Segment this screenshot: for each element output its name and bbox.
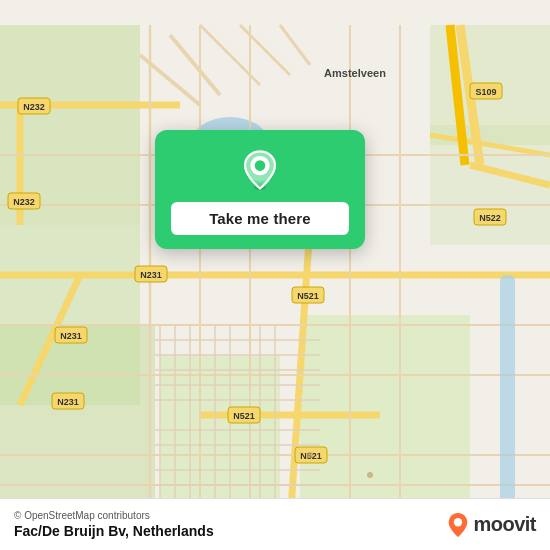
svg-text:N231: N231 bbox=[57, 397, 79, 407]
svg-point-75 bbox=[307, 452, 313, 458]
moovit-text: moovit bbox=[473, 513, 536, 536]
bottom-bar-info: © OpenStreetMap contributors Fac/De Brui… bbox=[14, 510, 214, 539]
svg-text:N522: N522 bbox=[479, 213, 501, 223]
svg-text:N231: N231 bbox=[60, 331, 82, 341]
location-card: Take me there bbox=[155, 130, 365, 249]
map-background: N232 N232 N231 N231 N231 N521 N521 N521 … bbox=[0, 0, 550, 550]
map-container: N232 N232 N231 N231 N231 N521 N521 N521 … bbox=[0, 0, 550, 550]
svg-text:S109: S109 bbox=[475, 87, 496, 97]
svg-text:N232: N232 bbox=[23, 102, 45, 112]
svg-text:N521: N521 bbox=[233, 411, 255, 421]
svg-rect-3 bbox=[0, 325, 155, 525]
moovit-pin-icon bbox=[447, 512, 469, 538]
svg-rect-5 bbox=[300, 315, 470, 525]
svg-text:N521: N521 bbox=[297, 291, 319, 301]
svg-text:N232: N232 bbox=[13, 197, 35, 207]
moovit-logo: moovit bbox=[447, 512, 536, 538]
svg-point-76 bbox=[367, 472, 373, 478]
svg-point-80 bbox=[255, 160, 266, 171]
bottom-bar: © OpenStreetMap contributors Fac/De Brui… bbox=[0, 498, 550, 550]
osm-credit: © OpenStreetMap contributors bbox=[14, 510, 214, 521]
svg-text:N231: N231 bbox=[140, 270, 162, 280]
svg-text:Amstelveen: Amstelveen bbox=[324, 67, 386, 79]
location-pin-icon bbox=[238, 148, 282, 192]
svg-point-81 bbox=[454, 518, 462, 526]
location-name: Fac/De Bruijn Bv, Netherlands bbox=[14, 523, 214, 539]
svg-rect-53 bbox=[500, 275, 515, 525]
take-me-there-button[interactable]: Take me there bbox=[171, 202, 349, 235]
